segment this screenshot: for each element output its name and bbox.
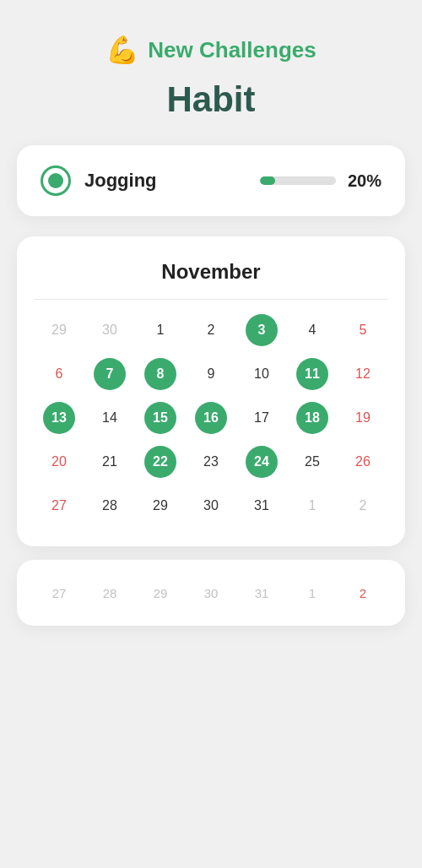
calendar-cell[interactable]: 29 — [34, 310, 84, 350]
calendar-cell[interactable]: 1 — [287, 486, 338, 526]
calendar-cell[interactable]: 18 — [287, 398, 338, 438]
calendar-cell[interactable]: 2 — [338, 486, 388, 526]
calendar-cell[interactable]: 25 — [287, 442, 338, 482]
header-title: New Challenges — [148, 37, 316, 63]
progress-bar-track — [260, 176, 336, 185]
calendar-cell[interactable]: 7 — [84, 354, 135, 394]
calendar-cell-bottom: 29 — [135, 575, 186, 610]
calendar-cell[interactable]: 21 — [84, 442, 135, 482]
calendar-cell[interactable]: 22 — [135, 442, 186, 482]
calendar-cell[interactable]: 9 — [186, 354, 236, 394]
calendar-cell[interactable]: 29 — [135, 486, 186, 526]
progress-percent: 20% — [348, 171, 381, 191]
calendar-grid-bottom: 272829303112 — [34, 575, 388, 610]
calendar-cell[interactable]: 23 — [186, 442, 236, 482]
calendar-cell-bottom: 27 — [34, 575, 84, 610]
calendar-cell[interactable]: 14 — [84, 398, 135, 438]
calendar-cell[interactable]: 30 — [84, 310, 135, 350]
calendar-cell[interactable]: 13 — [34, 398, 84, 438]
habit-status-icon — [41, 165, 71, 196]
habit-name: Jogging — [84, 170, 246, 192]
calendar-cell-bottom: 28 — [84, 575, 135, 610]
calendar-grid: 2930123456789101112131415161718192021222… — [34, 310, 388, 526]
calendar-cell[interactable]: 5 — [338, 310, 388, 350]
calendar-divider — [34, 299, 388, 300]
calendar-cell[interactable]: 20 — [34, 442, 84, 482]
calendar-cell-bottom: 2 — [338, 575, 388, 610]
calendar-cell[interactable]: 8 — [135, 354, 186, 394]
habit-card: Jogging 20% — [17, 145, 405, 216]
calendar-card: November 2930123456789101112131415161718… — [17, 236, 405, 546]
calendar-cell-bottom: 1 — [287, 575, 338, 610]
calendar-cell[interactable]: 28 — [84, 486, 135, 526]
calendar-cell[interactable]: 26 — [338, 442, 388, 482]
calendar-cell[interactable]: 3 — [236, 310, 287, 350]
calendar-card-bottom: 272829303112 — [17, 560, 405, 626]
progress-bar-container: 20% — [260, 171, 381, 191]
calendar-cell[interactable]: 19 — [338, 398, 388, 438]
calendar-cell[interactable]: 2 — [186, 310, 236, 350]
calendar-cell[interactable]: 12 — [338, 354, 388, 394]
calendar-cell[interactable]: 4 — [287, 310, 338, 350]
muscle-emoji: 💪 — [106, 34, 139, 66]
calendar-cell-bottom: 31 — [236, 575, 287, 610]
habit-icon-inner — [48, 173, 63, 188]
calendar-month: November — [34, 260, 388, 284]
calendar-cell[interactable]: 11 — [287, 354, 338, 394]
calendar-cell[interactable]: 24 — [236, 442, 287, 482]
calendar-cell[interactable]: 15 — [135, 398, 186, 438]
calendar-cell[interactable]: 6 — [34, 354, 84, 394]
calendar-cell[interactable]: 1 — [135, 310, 186, 350]
progress-bar-fill — [260, 176, 275, 185]
calendar-cell[interactable]: 10 — [236, 354, 287, 394]
calendar-cell[interactable]: 16 — [186, 398, 236, 438]
calendar-cell[interactable]: 31 — [236, 486, 287, 526]
page-header: 💪 New Challenges — [106, 34, 316, 66]
calendar-cell[interactable]: 30 — [186, 486, 236, 526]
calendar-cell[interactable]: 27 — [34, 486, 84, 526]
calendar-cell[interactable]: 17 — [236, 398, 287, 438]
calendar-cell-bottom: 30 — [186, 575, 236, 610]
page-title: Habit — [167, 79, 256, 120]
